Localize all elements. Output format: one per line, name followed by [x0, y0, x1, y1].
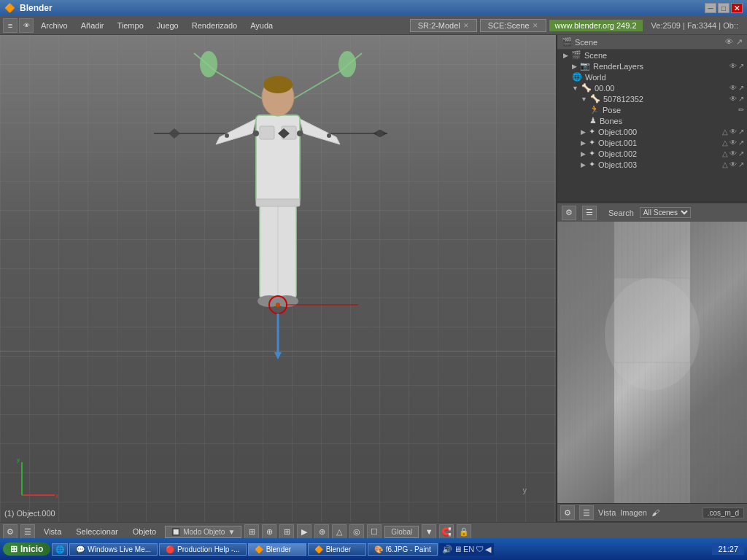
armature-icon2: 🦴 — [590, 94, 600, 104]
outliner-world[interactable]: 🌐 World — [557, 71, 747, 82]
image-settings-icon[interactable]: ⚙ — [560, 505, 575, 520]
titlebar-right: ─ □ ✕ — [705, 3, 743, 13]
vp-vista-label[interactable]: Vista — [38, 525, 67, 538]
start-label: Inicio — [20, 544, 43, 554]
global-dropdown[interactable]: ▼ — [422, 524, 436, 539]
outliner-menu-icon[interactable]: ☰ — [582, 206, 597, 220]
outliner-scene[interactable]: ▶ 🎬 Scene — [557, 50, 747, 61]
outliner-obj001[interactable]: ▶ ✦ Object.001 △ 👁 ↗ — [557, 137, 747, 148]
vp-seleccionar-label[interactable]: Seleccionar — [70, 525, 123, 538]
tab-scene-close[interactable]: ✕ — [533, 22, 538, 29]
taskbar-production[interactable]: 🔴 Production Help -... — [159, 543, 247, 556]
eye-icon: 👁 — [729, 62, 737, 70]
vp-icon4[interactable]: ▶ — [297, 524, 311, 539]
arrow-icon-rl: ▶ — [572, 63, 577, 70]
cursor3-icon: ↗ — [738, 95, 744, 103]
scene-tree-label: Scene — [584, 51, 607, 60]
arrow-icon-o0: ▶ — [581, 128, 586, 136]
vp-snap-icon[interactable]: 🧲 — [439, 524, 454, 539]
svg-point-14 — [338, 51, 356, 77]
outliner-vis-icon: 👁 — [725, 37, 733, 47]
vp-icon6[interactable]: △ — [332, 524, 347, 539]
vp-icon8[interactable]: ☐ — [367, 524, 382, 539]
time-label: 00.00 — [595, 84, 615, 93]
menu-renderizado[interactable]: Renderizado — [186, 19, 243, 32]
outliner-settings-icon[interactable]: ⚙ — [562, 206, 576, 220]
vp-lock-icon[interactable]: 🔒 — [457, 524, 471, 539]
taskbar-blender1[interactable]: 🔶 Blender — [248, 543, 306, 556]
eye6-icon: 👁 — [729, 149, 737, 158]
brush-icon: 🖌 — [651, 508, 659, 517]
eye3-icon: 👁 — [729, 95, 737, 103]
restrict-icon2: △ — [722, 149, 728, 158]
vp-menu-icon[interactable]: ☰ — [20, 524, 35, 539]
blender-url[interactable]: www.blender.org 249.2 — [549, 20, 643, 31]
cursor5-icon: ↗ — [738, 139, 744, 147]
outliner-obj000[interactable]: ▶ ✦ Object.000 △ 👁 ↗ — [557, 126, 747, 137]
outliner-pose[interactable]: 🏃 Pose ✏ — [557, 104, 747, 115]
vp-settings-icon[interactable]: ⚙ — [3, 524, 18, 539]
tab-sr2model[interactable]: SR:2-Model ✕ — [410, 19, 477, 32]
svg-rect-11 — [260, 126, 274, 139]
outliner-renderlayers[interactable]: ▶ 📷 RenderLayers 👁 ↗ — [557, 61, 747, 71]
prod-icon: 🔴 — [166, 545, 174, 553]
menu-tiempo[interactable]: Tiempo — [111, 19, 149, 32]
menu-icon[interactable]: ≡ — [3, 18, 18, 33]
pencil-icon: ✏ — [738, 106, 744, 114]
mode-icon: 🔲 — [171, 528, 180, 536]
svg-point-31 — [327, 133, 331, 138]
outliner-obj003[interactable]: ▶ ✦ Object.003 △ 👁 ↗ — [557, 159, 747, 170]
minimize-button[interactable]: ─ — [705, 3, 716, 13]
paint-label: f6.JPG - Paint — [386, 545, 431, 553]
maximize-button[interactable]: □ — [718, 3, 729, 13]
all-scenes-select[interactable]: All Scenes — [640, 207, 691, 218]
tab-sr2model-close[interactable]: ✕ — [463, 22, 469, 29]
outliner-507812352[interactable]: ▼ 🦴 507812352 👁 ↗ — [557, 93, 747, 104]
stats-bar: Ve:2509 | Fa:3344 | Ob:: — [646, 20, 744, 31]
obj003-icon: ✦ — [589, 160, 595, 169]
viewport-3d[interactable]: x y (1) Object.000 y — [0, 35, 557, 522]
vp-objeto-label[interactable]: Objeto — [127, 525, 162, 538]
file-name-display: .cos_m_d — [703, 508, 744, 518]
taskbar-ie-icon[interactable]: 🌐 — [52, 543, 68, 556]
outliner-00[interactable]: ▼ 🦴 00.00 👁 ↗ — [557, 82, 747, 93]
arrow-icon-o2: ▶ — [581, 150, 586, 158]
world-icon: 🌐 — [572, 72, 582, 82]
title-bar: 🔶 Blender ─ □ ✕ — [0, 0, 747, 16]
cursor2-icon: ↗ — [738, 84, 744, 92]
vp-icon3[interactable]: ⊞ — [279, 524, 294, 539]
vis-icons-o3: △ 👁 ↗ — [722, 160, 744, 168]
taskbar-windows-live[interactable]: 💬 Windows Live Me... — [69, 543, 158, 556]
svg-rect-15 — [260, 203, 278, 298]
dropdown-icon: ▼ — [228, 528, 235, 536]
menu-archivo[interactable]: Archivo — [35, 19, 74, 32]
tab-scene[interactable]: SCE:Scene ✕ — [480, 19, 546, 32]
start-button[interactable]: ⊞ Inicio — [3, 542, 50, 556]
image-menu-icon[interactable]: ☰ — [579, 505, 594, 520]
vp-icon2[interactable]: ⊕ — [262, 524, 276, 539]
y-axis-label: y — [523, 486, 527, 494]
vista-label: Search — [608, 209, 634, 217]
vis-icons-o0: △ 👁 ↗ — [722, 128, 744, 136]
outliner-bones[interactable]: ♟ Bones — [557, 115, 747, 126]
mode-selector[interactable]: 🔲 Modo Objeto ▼ — [165, 526, 241, 538]
pose-label: Pose — [603, 106, 621, 114]
obj001-icon: ✦ — [589, 138, 595, 147]
menu-ayuda[interactable]: Ayuda — [244, 19, 279, 32]
outliner-obj002[interactable]: ▶ ✦ Object.002 △ 👁 ↗ — [557, 148, 747, 159]
vp-icon7[interactable]: ◎ — [349, 524, 364, 539]
svg-rect-19 — [256, 199, 300, 206]
menu-juego[interactable]: Juego — [151, 19, 185, 32]
taskbar-blender2[interactable]: 🔶 Blender — [308, 543, 366, 556]
vis-icons-arm: 👁 ↗ — [729, 95, 744, 103]
vp-icon5[interactable]: ⊕ — [314, 524, 329, 539]
close-button[interactable]: ✕ — [731, 3, 743, 13]
view-icon[interactable]: 👁 — [19, 18, 34, 33]
global-selector[interactable]: Global — [384, 526, 419, 538]
renderlayers-icon: 📷 — [580, 61, 590, 71]
menu-añadir[interactable]: Añadir — [75, 19, 110, 32]
taskbar-paint[interactable]: 🎨 f6.JPG - Paint — [368, 543, 438, 556]
vp-icon1[interactable]: ⊞ — [244, 524, 259, 539]
windows-icon: ⊞ — [10, 544, 18, 554]
restrict-icon3: △ — [722, 160, 728, 168]
